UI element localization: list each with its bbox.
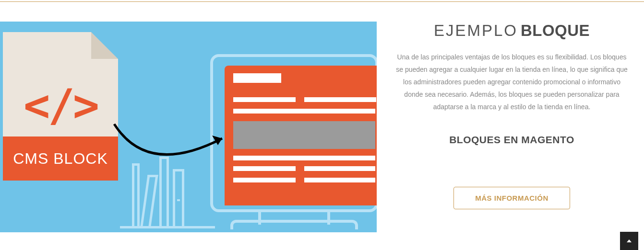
cms-block-illustration: </> CMS BLOCK xyxy=(0,22,377,232)
chevron-up-icon xyxy=(627,239,632,242)
screen-bar xyxy=(233,73,281,83)
accent-divider xyxy=(0,1,644,2)
section-heading: EJEMPLOBLOQUE xyxy=(391,22,632,40)
screen-bar xyxy=(233,97,296,102)
book-icon xyxy=(173,169,184,227)
screen-bar xyxy=(304,97,376,102)
book-icon xyxy=(159,157,169,227)
document-fold xyxy=(91,32,118,59)
monitor-screen xyxy=(225,66,377,205)
screen-bar xyxy=(233,109,375,114)
heading-bold: BLOQUE xyxy=(521,22,590,39)
scroll-to-top-button[interactable] xyxy=(620,232,638,250)
monitor-base xyxy=(230,220,358,229)
section-description: Una de las principales ventajas de los b… xyxy=(391,51,632,113)
screen-bar xyxy=(233,178,296,182)
more-info-button[interactable]: MÁS INFORMACIÓN xyxy=(453,187,570,209)
screen-bar xyxy=(304,178,375,182)
section-subheading: BLOQUES EN MAGENTO xyxy=(391,134,632,146)
screen-bar xyxy=(304,166,375,171)
screen-placeholder xyxy=(233,121,375,149)
cms-block-label: CMS BLOCK xyxy=(3,136,118,181)
screen-bar xyxy=(233,166,296,171)
book-icon xyxy=(132,163,140,227)
screen-bar xyxy=(233,156,375,160)
code-icon: </> xyxy=(3,84,118,128)
book-icon xyxy=(140,175,158,227)
text-column: EJEMPLOBLOQUE Una de las principales ven… xyxy=(391,22,644,232)
content-row: </> CMS BLOCK EJEMPLOBLOQU xyxy=(0,0,644,232)
heading-light: EJEMPLO xyxy=(434,22,518,39)
